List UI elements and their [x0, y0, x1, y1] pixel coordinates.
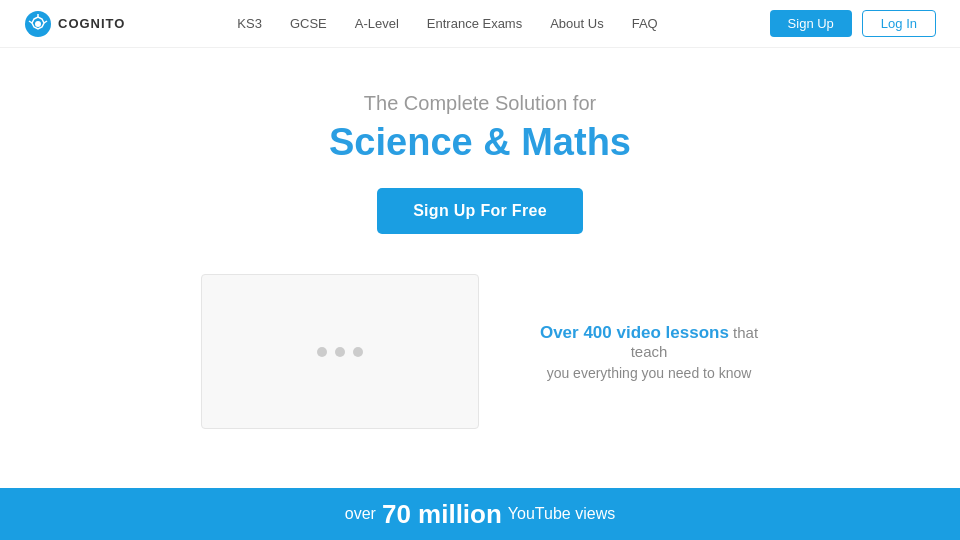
footer-banner: over 70 million YouTube views: [0, 488, 960, 540]
nav-ks3[interactable]: KS3: [237, 16, 262, 31]
cognito-logo-icon: [24, 10, 52, 38]
navbar-login-button[interactable]: Log In: [862, 10, 936, 37]
logo-area: COGNITO: [24, 10, 125, 38]
feature-highlight-text: Over 400 video lessons: [540, 323, 729, 342]
navbar-actions: Sign Up Log In: [770, 10, 936, 37]
footer-suffix: YouTube views: [508, 505, 615, 523]
content-section: Over 400 video lessons that teach you ev…: [0, 254, 960, 429]
feature-description: Over 400 video lessons that teach you ev…: [539, 323, 759, 381]
feature-line1: Over 400 video lessons that teach: [539, 323, 759, 361]
navbar-signup-button[interactable]: Sign Up: [770, 10, 852, 37]
nav-faq[interactable]: FAQ: [632, 16, 658, 31]
nav-entrance[interactable]: Entrance Exams: [427, 16, 522, 31]
nav-about[interactable]: About Us: [550, 16, 603, 31]
dot-2: [335, 347, 345, 357]
loading-dots: [317, 347, 363, 357]
nav-alevel[interactable]: A-Level: [355, 16, 399, 31]
footer-prefix: over: [345, 505, 376, 523]
footer-number: 70 million: [382, 499, 502, 530]
hero-title: Science & Maths: [329, 121, 631, 164]
hero-cta-button[interactable]: Sign Up For Free: [377, 188, 583, 234]
hero-section: The Complete Solution for Science & Math…: [0, 48, 960, 254]
svg-point-1: [35, 21, 41, 27]
nav-links: KS3 GCSE A-Level Entrance Exams About Us…: [237, 16, 657, 31]
navbar: COGNITO KS3 GCSE A-Level Entrance Exams …: [0, 0, 960, 48]
dot-3: [353, 347, 363, 357]
hero-subtitle: The Complete Solution for: [364, 92, 596, 115]
logo-text: COGNITO: [58, 16, 125, 31]
nav-gcse[interactable]: GCSE: [290, 16, 327, 31]
feature-subtext: you everything you need to know: [539, 365, 759, 381]
dot-1: [317, 347, 327, 357]
video-placeholder: [201, 274, 479, 429]
